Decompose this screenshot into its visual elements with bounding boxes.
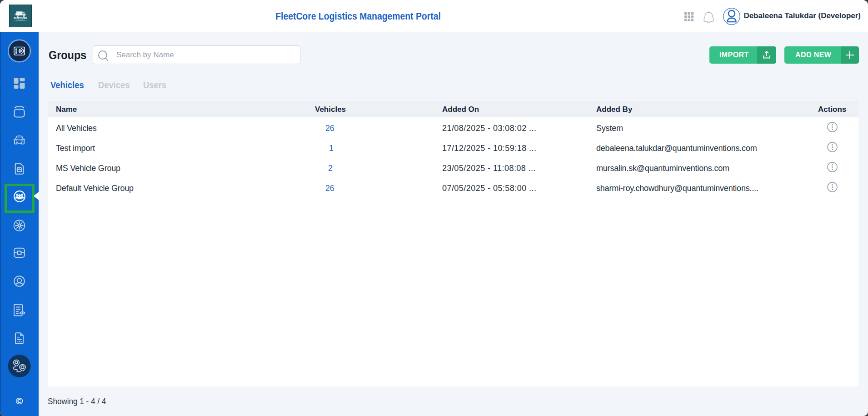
svg-text:— LOGISTICS —: — LOGISTICS — (15, 20, 27, 21)
